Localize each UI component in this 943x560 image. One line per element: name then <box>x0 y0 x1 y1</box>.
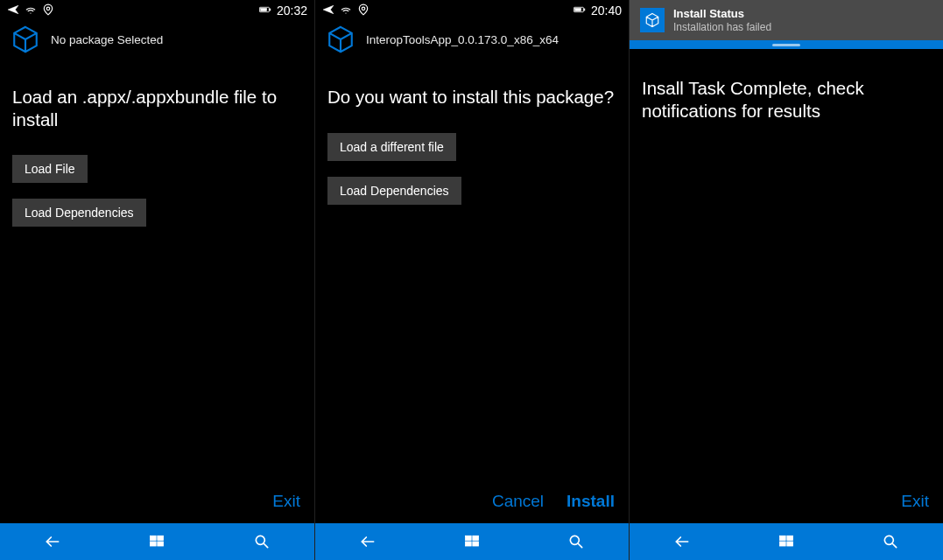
status-bar: 20:32 <box>0 0 314 21</box>
load-file-button[interactable]: Load File <box>12 155 88 183</box>
svg-rect-12 <box>575 8 581 10</box>
prompt-text: Load an .appx/.appxbundle file to instal… <box>12 86 302 130</box>
svg-point-8 <box>256 536 264 544</box>
package-icon <box>326 24 355 54</box>
content: Insall Task Complete, check notification… <box>630 49 943 485</box>
screen-2: 20:40 InteropToolsApp_0.0.173.0_x86_x64 … <box>314 0 629 560</box>
start-button[interactable] <box>460 529 484 554</box>
back-button[interactable] <box>40 529 65 554</box>
notification-subtitle: Installation has failed <box>673 21 771 33</box>
location-icon <box>357 4 369 18</box>
prompt-text: Insall Task Complete, check notification… <box>642 77 931 122</box>
clock: 20:40 <box>591 4 622 18</box>
content: Load an .appx/.appxbundle file to instal… <box>0 68 314 485</box>
back-button[interactable] <box>355 529 380 554</box>
bottom-actions: Exit <box>0 485 314 523</box>
navbar <box>630 523 943 560</box>
svg-rect-13 <box>465 536 471 540</box>
bottom-actions: Cancel Install <box>315 485 629 523</box>
svg-point-22 <box>885 536 894 544</box>
start-button[interactable] <box>774 529 799 554</box>
header-title: InteropToolsApp_0.0.173.0_x86_x64 <box>366 33 559 46</box>
load-dependencies-button[interactable]: Load Dependencies <box>12 199 146 227</box>
svg-rect-6 <box>151 542 157 546</box>
airplane-icon <box>7 4 19 18</box>
drag-handle-icon <box>772 44 800 46</box>
svg-rect-7 <box>158 542 164 546</box>
package-icon <box>640 8 665 32</box>
svg-rect-16 <box>473 542 479 546</box>
back-button[interactable] <box>670 529 694 554</box>
app-header: InteropToolsApp_0.0.173.0_x86_x64 <box>315 21 629 68</box>
load-dependencies-button[interactable]: Load Dependencies <box>327 177 461 205</box>
wifi-icon <box>340 4 352 18</box>
location-icon <box>42 4 54 18</box>
svg-point-0 <box>46 7 50 10</box>
svg-rect-20 <box>779 542 785 546</box>
notification-handle[interactable] <box>630 40 943 49</box>
exit-link[interactable]: Exit <box>272 492 300 511</box>
load-different-file-button[interactable]: Load a different file <box>327 133 456 161</box>
notification-banner[interactable]: Install Status Installation has failed <box>630 0 943 40</box>
header-title: No package Selected <box>51 33 163 46</box>
bottom-actions: Exit <box>630 485 943 523</box>
screen-3: Install Status Installation has failed I… <box>629 0 943 560</box>
svg-rect-11 <box>584 8 585 10</box>
navbar <box>315 523 629 560</box>
install-link[interactable]: Install <box>567 492 615 511</box>
exit-link[interactable]: Exit <box>901 492 929 511</box>
screen-1: 20:32 No package Selected Load an .appx/… <box>0 0 314 560</box>
search-button[interactable] <box>564 529 588 554</box>
battery-icon <box>574 4 586 18</box>
notification-title: Install Status <box>673 7 771 21</box>
package-icon <box>11 24 40 54</box>
svg-rect-5 <box>158 536 164 540</box>
svg-rect-4 <box>151 536 157 540</box>
svg-rect-18 <box>779 536 785 540</box>
cancel-link[interactable]: Cancel <box>492 492 544 511</box>
prompt-text: Do you want to install this package? <box>327 86 616 108</box>
navbar <box>0 523 314 560</box>
search-button[interactable] <box>878 529 903 554</box>
app-header: No package Selected <box>0 21 314 68</box>
svg-rect-15 <box>465 542 471 546</box>
svg-point-9 <box>362 7 365 10</box>
svg-rect-14 <box>473 536 479 540</box>
start-button[interactable] <box>144 529 169 554</box>
svg-rect-2 <box>270 8 271 10</box>
airplane-icon <box>322 4 334 18</box>
clock: 20:32 <box>277 4 307 18</box>
svg-rect-21 <box>787 542 793 546</box>
content: Do you want to install this package? Loa… <box>315 68 629 485</box>
search-button[interactable] <box>250 529 274 554</box>
wifi-icon <box>25 4 37 18</box>
status-bar: 20:40 <box>315 0 629 21</box>
svg-point-17 <box>571 536 580 544</box>
svg-rect-3 <box>261 8 267 10</box>
svg-rect-19 <box>787 536 793 540</box>
battery-icon <box>259 4 271 18</box>
